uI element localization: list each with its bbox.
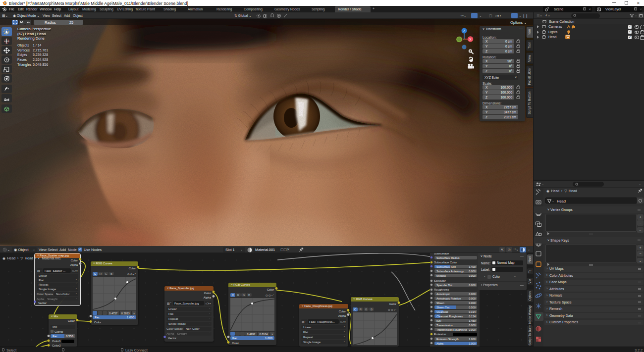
svg-text:Z: Z <box>463 29 465 33</box>
svg-text:X: X <box>469 38 472 41</box>
